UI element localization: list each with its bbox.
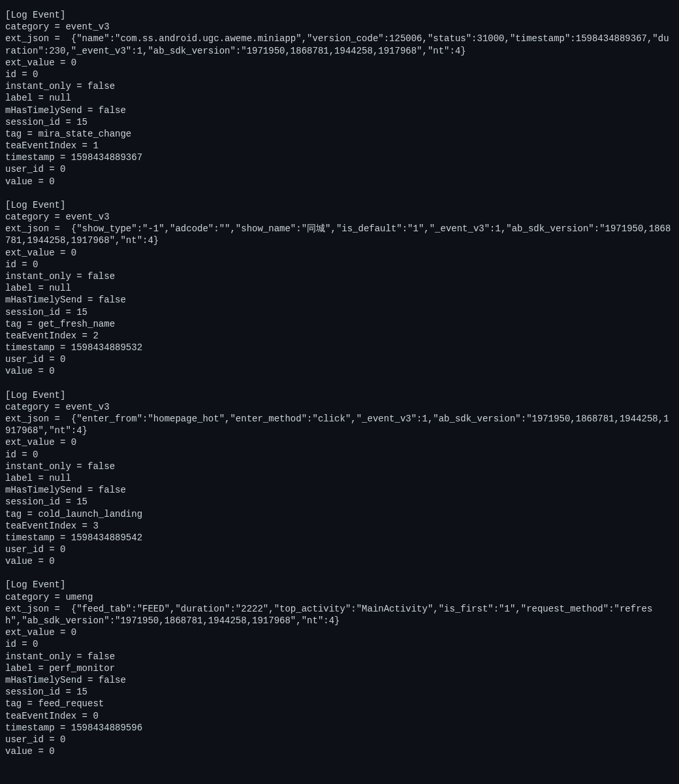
log-field-session_id: session_id = 15 — [5, 306, 674, 318]
log-field-category: category = event_v3 — [5, 401, 674, 413]
log-field-id: id = 0 — [5, 449, 674, 461]
log-event-header: [Log Event] — [5, 9, 674, 21]
log-field-category: category = event_v3 — [5, 211, 674, 223]
log-field-ext_value: ext_value = 0 — [5, 627, 674, 638]
log-event-header: [Log Event] — [5, 199, 674, 211]
log-field-ext_value: ext_value = 0 — [5, 247, 674, 259]
log-field-label: label = null — [5, 472, 674, 484]
log-field-user_id: user_id = 0 — [5, 544, 674, 555]
log-field-value: value = 0 — [5, 745, 674, 757]
log-field-session_id: session_id = 15 — [5, 116, 674, 128]
log-field-mHasTimelySend: mHasTimelySend = false — [5, 294, 674, 306]
log-field-user_id: user_id = 0 — [5, 353, 674, 365]
log-event-block: [Log Event]category = umengext_json = {"… — [5, 579, 674, 757]
log-field-id: id = 0 — [5, 638, 674, 650]
log-field-ext_json: ext_json = {"feed_tab":"FEED","duration"… — [5, 603, 674, 627]
log-field-ext_value: ext_value = 0 — [5, 436, 674, 448]
log-field-session_id: session_id = 15 — [5, 496, 674, 508]
log-field-user_id: user_id = 0 — [5, 163, 674, 175]
log-field-label: label = null — [5, 282, 674, 294]
log-field-timestamp: timestamp = 1598434889367 — [5, 152, 674, 163]
log-field-ext_value: ext_value = 0 — [5, 57, 674, 69]
log-field-ext_json: ext_json = {"name":"com.ss.android.ugc.a… — [5, 33, 674, 56]
log-field-mHasTimelySend: mHasTimelySend = false — [5, 674, 674, 686]
log-field-mHasTimelySend: mHasTimelySend = false — [5, 484, 674, 496]
log-field-teaEventIndex: teaEventIndex = 3 — [5, 520, 674, 532]
log-field-teaEventIndex: teaEventIndex = 1 — [5, 140, 674, 152]
log-field-user_id: user_id = 0 — [5, 734, 674, 745]
log-field-id: id = 0 — [5, 69, 674, 80]
log-field-category: category = umeng — [5, 591, 674, 603]
log-field-label: label = null — [5, 92, 674, 104]
log-field-teaEventIndex: teaEventIndex = 2 — [5, 330, 674, 342]
log-field-tag: tag = mira_state_change — [5, 128, 674, 140]
log-event-header: [Log Event] — [5, 579, 674, 591]
log-field-label: label = perf_monitor — [5, 662, 674, 674]
log-event-header: [Log Event] — [5, 389, 674, 401]
log-field-value: value = 0 — [5, 555, 674, 567]
log-field-mHasTimelySend: mHasTimelySend = false — [5, 105, 674, 116]
log-field-value: value = 0 — [5, 365, 674, 377]
log-field-id: id = 0 — [5, 259, 674, 270]
log-field-instant_only: instant_only = false — [5, 651, 674, 662]
log-field-tag: tag = cold_launch_landing — [5, 508, 674, 520]
log-event-block: [Log Event]category = event_v3ext_json =… — [5, 9, 674, 188]
log-field-tag: tag = get_fresh_name — [5, 318, 674, 330]
log-field-instant_only: instant_only = false — [5, 80, 674, 92]
log-field-ext_json: ext_json = {"enter_from":"homepage_hot",… — [5, 413, 674, 436]
log-field-session_id: session_id = 15 — [5, 686, 674, 698]
log-field-instant_only: instant_only = false — [5, 270, 674, 282]
log-output: [Log Event]category = event_v3ext_json =… — [5, 9, 674, 757]
log-event-block: [Log Event]category = event_v3ext_json =… — [5, 389, 674, 568]
log-field-timestamp: timestamp = 1598434889542 — [5, 532, 674, 544]
log-field-category: category = event_v3 — [5, 21, 674, 33]
log-field-tag: tag = feed_request — [5, 698, 674, 710]
log-field-instant_only: instant_only = false — [5, 461, 674, 472]
log-field-ext_json: ext_json = {"show_type":"-1","adcode":""… — [5, 223, 674, 246]
log-field-timestamp: timestamp = 1598434889596 — [5, 722, 674, 734]
log-field-timestamp: timestamp = 1598434889532 — [5, 342, 674, 353]
log-event-block: [Log Event]category = event_v3ext_json =… — [5, 199, 674, 378]
log-field-teaEventIndex: teaEventIndex = 0 — [5, 710, 674, 722]
log-field-value: value = 0 — [5, 176, 674, 188]
